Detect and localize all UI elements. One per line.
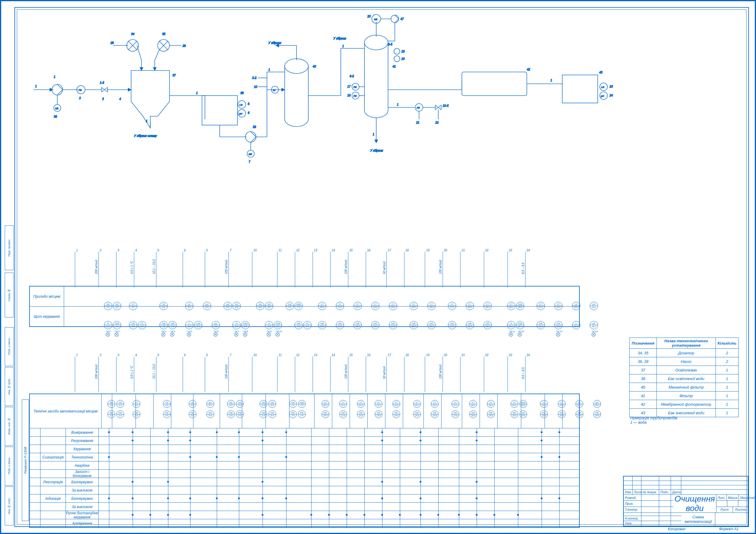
svg-text:7: 7: [230, 353, 231, 357]
eq-qty: 1: [716, 400, 738, 409]
svg-text:42: 42: [527, 68, 530, 71]
fn-dot: [476, 431, 477, 433]
instrument-bubble: FT21-1: [537, 302, 545, 310]
svg-text:34: 34: [131, 33, 135, 36]
svg-text:10: 10: [254, 353, 257, 357]
fn-dot: [285, 456, 287, 458]
svg-line-25: [137, 45, 142, 60]
fn-dot: [189, 514, 191, 516]
tb-date: Дата: [671, 490, 681, 495]
eq-name: Бак освітленої води: [657, 374, 716, 383]
svg-text:1: 1: [35, 85, 37, 88]
svg-text:1-5: 1-5: [100, 81, 104, 84]
svg-text:13: 13: [314, 353, 317, 357]
eq-id: 36, 39: [630, 357, 657, 366]
instrument-bubble: FIR11-2: [336, 321, 344, 329]
svg-text:10-5: 10-5: [443, 104, 448, 107]
fn-dot: [189, 456, 191, 458]
svg-text:1: 1: [268, 68, 270, 71]
tb-ncontrol: Н.контр.: [624, 516, 641, 521]
svg-text:FE: FE: [79, 89, 82, 91]
fn-dot: [419, 431, 421, 433]
fn-dot: [167, 497, 169, 499]
svg-text:35: 35: [162, 33, 166, 36]
instrument-bubble: LE5-1: [185, 302, 193, 310]
fn-dot: [216, 431, 218, 433]
tb-dev: Розроб.: [624, 495, 641, 500]
svg-text:20: 20: [444, 353, 447, 357]
svg-text:FE: FE: [417, 107, 420, 109]
hl-label: HL6: [214, 330, 219, 333]
fn-dot: [167, 514, 169, 516]
fn-function: Керування: [66, 445, 99, 453]
instrument-bubble: pH24-1: [590, 302, 598, 310]
tb-docnum: № докум.: [641, 490, 659, 495]
eq-id: 42: [630, 400, 657, 409]
instrument-bubble: FT14-1: [389, 302, 397, 310]
fn-signal-headers: 12200 м³/год344,0 ± 1 °С510,1 – 10,26671…: [29, 351, 579, 395]
fn-function: Безперервно: [66, 495, 99, 502]
tb-check: Пров.: [624, 501, 641, 506]
svg-text:40: 40: [313, 65, 316, 68]
fn-function: Аварійна: [66, 461, 99, 470]
instrument-bubble: FIR21-2: [537, 321, 545, 329]
svg-text:23: 23: [508, 249, 512, 252]
svg-text:18: 18: [405, 249, 409, 252]
svg-text:100 м³/год: 100 м³/год: [344, 364, 348, 379]
svg-text:100 м³/год: 100 м³/год: [225, 364, 228, 379]
instrument-bubble: FIR19-2: [483, 321, 492, 329]
svg-text:10,1 – 10,2: 10,1 – 10,2: [152, 364, 156, 379]
instrument-bubble: NS6-4: [256, 302, 264, 310]
svg-text:36: 36: [54, 115, 57, 118]
instrument-bubble: FI1-3: [104, 321, 112, 329]
svg-text:2: 2: [99, 249, 102, 252]
svg-text:2: 2: [99, 353, 102, 357]
svg-text:4,0 ± 1 °С: 4,0 ± 1 °С: [130, 366, 133, 379]
svg-text:41: 41: [392, 65, 396, 68]
svg-text:2: 2: [79, 96, 81, 100]
equipment-table: Позначення Назва технологічного устаткув…: [629, 338, 739, 417]
instrument-bubble: FT19-1: [483, 302, 492, 310]
fn-dot: [132, 481, 133, 483]
fn-group: Реєстрація: [40, 478, 66, 486]
svg-text:22: 22: [485, 353, 489, 357]
svg-text:9-5: 9-5: [388, 43, 392, 46]
fn-dot: [476, 514, 477, 516]
eq-name: Механічний фільтр: [657, 383, 716, 392]
svg-text:5: 5: [157, 249, 159, 252]
fn-dot: [108, 431, 110, 433]
drawing-sheet: Инв. № подл. Подп. и дата Взам. инв. № И…: [0, 0, 756, 534]
fn-dot: [558, 431, 560, 433]
svg-text:24: 24: [526, 249, 530, 252]
panel-board-label: Щит керування: [30, 307, 64, 326]
fn-function: Вимірювання: [66, 428, 99, 436]
svg-text:22: 22: [485, 249, 489, 252]
fn-dot: [238, 497, 240, 499]
fn-dot: [541, 456, 543, 458]
svg-text:23: 23: [609, 85, 613, 88]
eq-id: 40: [630, 383, 657, 392]
eq-id: 37: [630, 366, 657, 374]
drawing-subtitle: Схема автоматизації: [681, 513, 715, 526]
svg-point-96: [394, 56, 400, 62]
fn-dot: [381, 481, 383, 483]
svg-text:200 м³/год: 200 м³/год: [95, 260, 98, 274]
svg-point-2: [52, 84, 63, 95]
instrument-bubble: pH6-2: [212, 321, 220, 329]
svg-text:1: 1: [146, 119, 148, 123]
svg-text:M1: M1: [55, 107, 59, 110]
svg-text:47: 47: [400, 17, 404, 21]
instrument-bubble: FIR10-2: [318, 321, 326, 329]
fn-group: [40, 428, 66, 436]
svg-text:21: 21: [461, 249, 465, 252]
instrument-bubble: FIR14-2: [389, 321, 397, 329]
svg-text:18: 18: [401, 50, 405, 53]
fn-dot: [494, 514, 495, 516]
instrument-bubble: FIR22-2: [554, 321, 563, 329]
eq-qty: 1: [716, 374, 738, 383]
svg-text:24: 24: [609, 94, 613, 97]
svg-text:8-5: 8-5: [350, 75, 354, 78]
svg-text:FE: FE: [354, 86, 357, 89]
svg-text:У збірник: У збірник: [370, 149, 383, 152]
instrument-bubble: FSA6-9: [274, 321, 282, 329]
